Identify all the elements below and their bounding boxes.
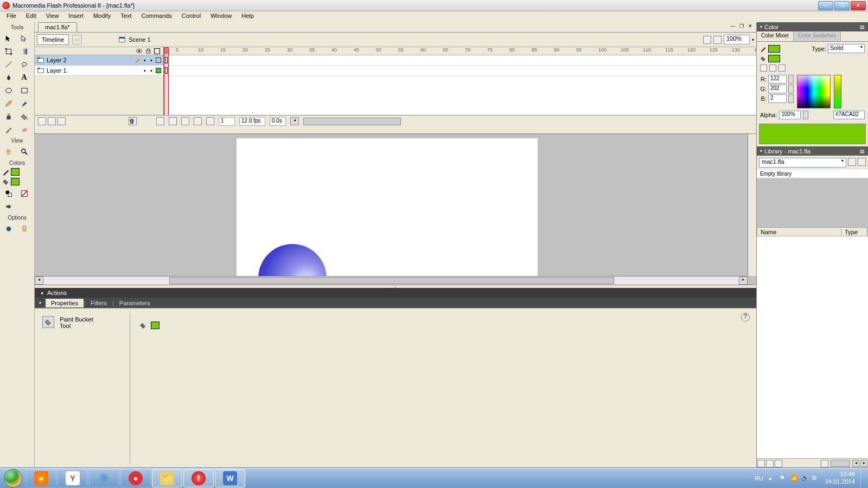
stage-area[interactable]: ◂ ▸	[35, 134, 756, 285]
stage-scrollbar-horizontal[interactable]: ◂ ▸	[35, 276, 748, 285]
language-indicator[interactable]: RU	[755, 475, 763, 481]
layer-lock-dot[interactable]: •	[149, 57, 154, 63]
oval-tool[interactable]	[2, 85, 15, 97]
tray-show-hidden-icon[interactable]: ▴	[769, 474, 776, 482]
layer-row[interactable]: Layer 2 • •	[35, 55, 163, 66]
timeline-toggle-button[interactable]: Timeline	[37, 34, 69, 45]
zoom-input[interactable]: 100%	[724, 35, 750, 44]
outline-icon[interactable]	[154, 48, 160, 54]
layer-outline-color[interactable]	[156, 68, 161, 73]
stroke-color-swatch[interactable]	[11, 168, 20, 176]
pin-library-button[interactable]	[848, 158, 856, 166]
system-clock[interactable]: 13:46 24.01.2014	[825, 471, 855, 485]
library-scroll[interactable]	[831, 460, 850, 467]
delete-layer-button[interactable]: 🗑	[129, 117, 137, 125]
taskbar-word[interactable]: W	[215, 469, 245, 487]
properties-button[interactable]	[775, 460, 782, 467]
tab-parameters[interactable]: Parameters	[114, 299, 156, 307]
frame-track[interactable]	[164, 66, 756, 76]
swap-colors-button[interactable]	[2, 201, 15, 213]
library-col-name[interactable]: Name	[757, 228, 841, 236]
gap-size-option[interactable]	[2, 223, 15, 235]
scroll-right-button[interactable]: ▸	[739, 277, 748, 285]
g-spinner[interactable]	[788, 85, 794, 93]
timeline-scroll-left[interactable]: ◂	[290, 117, 299, 125]
tab-color-mixer[interactable]: Color Mixer	[757, 31, 794, 41]
insert-folder-button[interactable]	[58, 117, 66, 125]
menu-view[interactable]: View	[41, 11, 64, 22]
menu-modify[interactable]: Modify	[88, 11, 116, 22]
ink-bottle-tool[interactable]	[2, 111, 15, 123]
menu-insert[interactable]: Insert	[63, 11, 88, 22]
text-tool[interactable]: A	[18, 72, 31, 84]
alpha-input[interactable]: 100%	[779, 111, 801, 119]
pen-tool[interactable]	[2, 72, 15, 84]
start-button[interactable]	[0, 468, 26, 489]
black-white-button[interactable]	[2, 188, 15, 200]
lock-icon[interactable]	[145, 47, 152, 55]
r-spinner[interactable]	[788, 75, 794, 84]
doc-minimize-button[interactable]: —	[729, 23, 737, 31]
library-item-list[interactable]	[757, 236, 868, 458]
actions-panel-header[interactable]: Actions	[35, 288, 756, 298]
no-color-button[interactable]	[18, 188, 31, 200]
lib-scroll-right[interactable]: ▸	[860, 460, 867, 467]
edit-multiple-frames-button[interactable]	[194, 117, 202, 125]
tray-volume-icon[interactable]: 🔊	[801, 474, 809, 482]
hand-tool[interactable]	[2, 146, 15, 158]
frame-track[interactable]	[164, 55, 756, 66]
gradient-transform-tool[interactable]	[18, 46, 31, 57]
show-desktop-button[interactable]	[860, 469, 865, 487]
b-spinner[interactable]	[788, 94, 794, 103]
playhead-line[interactable]	[164, 47, 169, 115]
selection-tool[interactable]	[2, 33, 15, 44]
black-white-mini[interactable]	[760, 65, 767, 72]
current-frame-field[interactable]: 1	[219, 117, 235, 126]
new-library-panel-button[interactable]	[858, 158, 866, 166]
add-motion-guide-button[interactable]	[48, 117, 56, 125]
layer-outline-color[interactable]	[156, 57, 161, 63]
line-tool[interactable]	[2, 59, 15, 70]
new-symbol-button[interactable]	[757, 460, 765, 467]
scene-breadcrumb[interactable]: Scene 1	[118, 36, 150, 43]
no-color-mini[interactable]	[769, 65, 776, 72]
panel-menu-icon[interactable]: ▤	[860, 149, 865, 154]
layer-row[interactable]: Layer 1 • •	[35, 66, 163, 76]
tab-color-swatches[interactable]: Color Swatches	[794, 31, 841, 41]
delete-symbol-button[interactable]	[821, 460, 828, 467]
stage-canvas[interactable]	[237, 138, 538, 285]
expand-icon[interactable]: ▾	[35, 300, 46, 305]
taskbar-ie[interactable]: ⓔ	[89, 469, 119, 487]
fill-color-swatch[interactable]	[11, 178, 20, 185]
fill-type-select[interactable]: Solid ▾	[828, 44, 865, 53]
scroll-left-button[interactable]: ◂	[35, 277, 43, 285]
zoom-dropdown-icon[interactable]: ▾	[752, 37, 754, 42]
lib-scroll-left[interactable]: ◂	[852, 460, 859, 467]
doc-close-button[interactable]: ✕	[746, 23, 754, 31]
free-transform-tool[interactable]	[2, 46, 15, 57]
eyedropper-tool[interactable]	[2, 124, 15, 136]
menu-commands[interactable]: Commands	[136, 11, 176, 22]
doc-restore-button[interactable]: ❐	[738, 23, 745, 31]
library-document-select[interactable]: mac1.fla▾	[759, 158, 846, 168]
menu-file[interactable]: File	[2, 11, 21, 22]
restore-button[interactable]: ❐	[834, 1, 850, 10]
lasso-tool[interactable]	[18, 59, 31, 70]
menu-edit[interactable]: Edit	[21, 11, 41, 22]
brush-tool[interactable]	[18, 98, 31, 110]
edit-symbols-button[interactable]	[713, 36, 722, 44]
edit-scene-button[interactable]	[703, 36, 711, 44]
insert-layer-button[interactable]	[38, 117, 46, 125]
onion-skin-button[interactable]	[169, 117, 177, 125]
back-button[interactable]: ⇦	[72, 35, 82, 44]
library-panel-header[interactable]: Library - mac1.fla ▤	[757, 146, 868, 156]
new-folder-button[interactable]	[766, 460, 774, 467]
timeline-scrollbar[interactable]	[303, 118, 401, 125]
taskbar-flash[interactable]: f	[183, 469, 214, 487]
scroll-thumb[interactable]	[169, 277, 614, 284]
layer-visible-dot[interactable]: •	[143, 57, 147, 63]
tray-flag-icon[interactable]: ⚑	[780, 474, 787, 482]
menu-help[interactable]: Help	[237, 11, 259, 22]
r-input[interactable]: 122	[768, 75, 787, 84]
layer-lock-dot[interactable]: •	[149, 67, 154, 74]
